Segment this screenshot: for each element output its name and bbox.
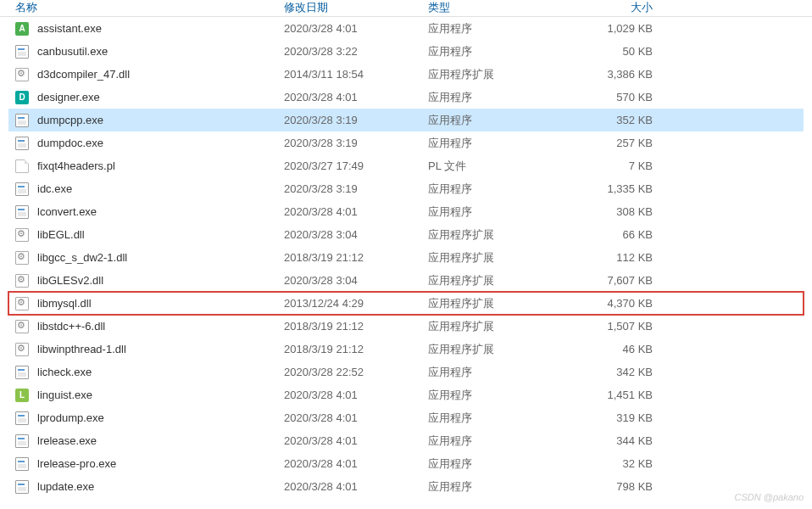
file-size: 50 KB <box>564 45 653 58</box>
file-size: 1,029 KB <box>564 22 653 35</box>
file-type: 应用程序 <box>428 204 564 220</box>
exe-icon <box>15 114 29 127</box>
file-date: 2020/3/28 3:19 <box>284 182 428 195</box>
table-row[interactable]: libgcc_s_dw2-1.dll2018/3/19 21:12应用程序扩展1… <box>8 246 804 269</box>
table-row[interactable]: libmysql.dll2013/12/24 4:29应用程序扩展4,370 K… <box>8 292 804 315</box>
table-row[interactable]: d3dcompiler_47.dll2014/3/11 18:54应用程序扩展3… <box>8 63 804 86</box>
file-type: 应用程序 <box>428 365 564 380</box>
file-date: 2020/3/28 3:22 <box>284 45 428 58</box>
file-date: 2018/3/19 21:12 <box>284 343 428 355</box>
file-date: 2020/3/27 17:49 <box>284 159 428 172</box>
watermark: CSDN @pakano <box>735 492 804 502</box>
exe-icon <box>15 480 29 494</box>
file-date: 2020/3/28 4:01 <box>284 411 428 424</box>
table-row[interactable]: licheck.exe2020/3/28 22:52应用程序342 KB <box>8 361 804 383</box>
exe-icon <box>15 182 29 196</box>
file-type: 应用程序 <box>428 21 564 36</box>
file-type: 应用程序扩展 <box>428 67 564 82</box>
dll-icon <box>15 251 29 265</box>
table-row[interactable]: lprodump.exe2020/3/28 4:01应用程序319 KB <box>8 406 804 429</box>
file-size: 342 KB <box>564 366 653 378</box>
column-header-name[interactable]: 名称 <box>8 0 284 16</box>
file-size: 7 KB <box>564 159 653 172</box>
file-size: 570 KB <box>564 91 653 103</box>
exe-icon <box>15 434 29 448</box>
table-row[interactable]: libEGL.dll2020/3/28 3:04应用程序扩展66 KB <box>8 223 804 246</box>
table-row[interactable]: libGLESv2.dll2020/3/28 3:04应用程序扩展7,607 K… <box>8 269 804 292</box>
file-name: lrelease.exe <box>37 434 97 447</box>
exe-icon <box>15 457 29 471</box>
file-name: libGLESv2.dll <box>37 274 103 287</box>
dll-icon <box>15 68 29 81</box>
file-name: licheck.exe <box>37 366 92 378</box>
file-type: 应用程序扩展 <box>428 319 564 334</box>
file-date: 2020/3/28 3:04 <box>284 274 428 287</box>
file-type: 应用程序扩展 <box>428 273 564 288</box>
file-name-cell: lconvert.exe <box>8 205 284 219</box>
file-size: 7,607 KB <box>564 274 653 287</box>
file-name: assistant.exe <box>37 22 102 35</box>
dll-icon <box>15 228 29 242</box>
exe-icon <box>15 366 29 379</box>
table-row[interactable]: lconvert.exe2020/3/28 4:01应用程序308 KB <box>8 200 804 223</box>
file-name: lprodump.exe <box>37 411 104 424</box>
table-row[interactable]: lrelease-pro.exe2020/3/28 4:01应用程序32 KB <box>8 452 804 475</box>
file-type: PL 文件 <box>428 159 564 174</box>
table-row[interactable]: lrelease.exe2020/3/28 4:01应用程序344 KB <box>8 429 804 452</box>
file-date: 2020/3/28 4:01 <box>284 457 428 470</box>
file-name-cell: licheck.exe <box>8 366 284 379</box>
file-type: 应用程序扩展 <box>428 296 564 311</box>
table-row[interactable]: lupdate.exe2020/3/28 4:01应用程序798 KB <box>8 475 804 498</box>
file-name-cell: assistant.exe <box>8 22 284 36</box>
file-icon <box>15 159 29 173</box>
file-name: libmysql.dll <box>37 297 92 310</box>
table-row[interactable]: assistant.exe2020/3/28 4:01应用程序1,029 KB <box>8 17 804 40</box>
file-name-cell: lprodump.exe <box>8 411 284 425</box>
file-date: 2020/3/28 4:01 <box>284 22 428 35</box>
exe-l-icon <box>15 389 29 402</box>
file-name-cell: fixqt4headers.pl <box>8 159 284 173</box>
file-type: 应用程序 <box>428 136 564 151</box>
file-name-cell: libmysql.dll <box>8 297 284 310</box>
column-header-row: 名称 修改日期 类型 大小 <box>0 0 812 17</box>
file-size: 3,386 KB <box>564 68 653 81</box>
file-type: 应用程序 <box>428 90 564 105</box>
dll-icon <box>15 343 29 356</box>
file-name-cell: d3dcompiler_47.dll <box>8 68 284 81</box>
file-size: 352 KB <box>564 114 653 126</box>
file-size: 46 KB <box>564 343 653 355</box>
column-header-date[interactable]: 修改日期 <box>284 0 428 16</box>
table-row[interactable]: dumpdoc.exe2020/3/28 3:19应用程序257 KB <box>8 131 804 154</box>
file-type: 应用程序 <box>428 456 564 472</box>
file-name-cell: idc.exe <box>8 182 284 196</box>
file-date: 2020/3/28 3:19 <box>284 137 428 149</box>
table-row[interactable]: designer.exe2020/3/28 4:01应用程序570 KB <box>8 86 804 109</box>
file-name: lrelease-pro.exe <box>37 457 116 470</box>
exe-icon <box>15 45 29 59</box>
table-row[interactable]: libwinpthread-1.dll2018/3/19 21:12应用程序扩展… <box>8 338 804 361</box>
file-name: d3dcompiler_47.dll <box>37 68 130 81</box>
table-row[interactable]: dumpcpp.exe2020/3/28 3:19应用程序352 KB <box>8 109 804 131</box>
table-row[interactable]: idc.exe2020/3/28 3:19应用程序1,335 KB <box>8 177 804 200</box>
file-size: 112 KB <box>564 251 653 264</box>
file-type: 应用程序扩展 <box>428 227 564 243</box>
file-size: 32 KB <box>564 457 653 470</box>
file-name: lupdate.exe <box>37 480 94 493</box>
exe-green-icon <box>15 22 29 36</box>
file-type: 应用程序 <box>428 113 564 128</box>
file-type: 应用程序扩展 <box>428 250 564 266</box>
table-row[interactable]: libstdc++-6.dll2018/3/19 21:12应用程序扩展1,50… <box>8 315 804 338</box>
column-header-type[interactable]: 类型 <box>428 0 564 16</box>
file-size: 4,370 KB <box>564 297 653 310</box>
table-row[interactable]: fixqt4headers.pl2020/3/27 17:49PL 文件7 KB <box>8 154 804 177</box>
file-name-cell: libGLESv2.dll <box>8 274 284 288</box>
file-date: 2013/12/24 4:29 <box>284 297 428 310</box>
table-row[interactable]: canbusutil.exe2020/3/28 3:22应用程序50 KB <box>8 40 804 63</box>
file-type: 应用程序 <box>428 479 564 495</box>
table-row[interactable]: linguist.exe2020/3/28 4:01应用程序1,451 KB <box>8 383 804 406</box>
file-name: libstdc++-6.dll <box>37 320 105 333</box>
column-header-size[interactable]: 大小 <box>564 0 653 16</box>
file-size: 1,451 KB <box>564 389 653 401</box>
file-type: 应用程序 <box>428 182 564 197</box>
file-name-cell: lrelease-pro.exe <box>8 457 284 471</box>
